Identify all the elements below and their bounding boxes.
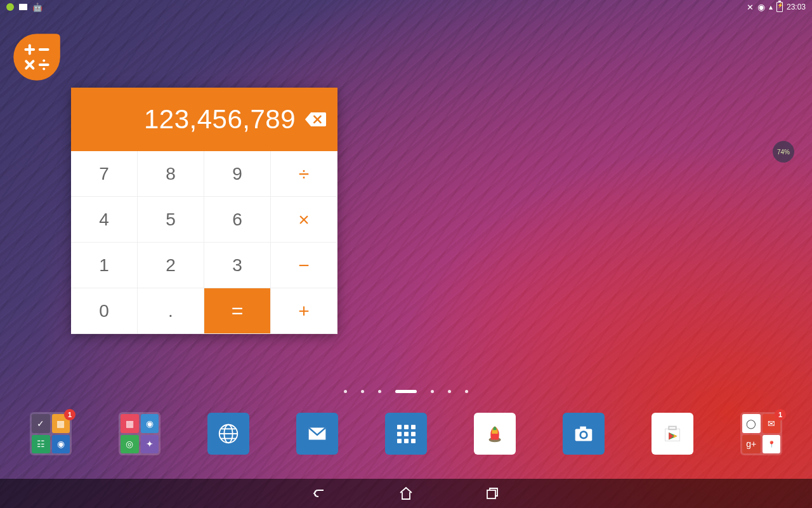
notification-badge: 1 — [64, 409, 75, 420]
svg-point-20 — [581, 432, 586, 438]
home-button[interactable] — [398, 485, 414, 502]
page-dot[interactable] — [448, 390, 451, 393]
battery-icon — [776, 2, 783, 12]
key-dot[interactable]: . — [138, 288, 204, 334]
vibrate-icon: ✕ — [747, 3, 754, 12]
key-multiply[interactable]: × — [271, 197, 337, 243]
calculator-widget: 123,456,789 789÷456×123−0.=+ — [71, 88, 337, 334]
key-5[interactable]: 5 — [138, 197, 204, 243]
back-button[interactable] — [311, 485, 328, 502]
status-right: ✕ ◉ ▴ 23:03 — [747, 2, 812, 12]
camera-app[interactable] — [563, 413, 605, 455]
key-0[interactable]: 0 — [71, 288, 138, 334]
notification-icon — [6, 3, 14, 11]
page-dot[interactable] — [361, 390, 364, 393]
clock: 23:03 — [787, 3, 806, 11]
wifi-icon: ◉ — [757, 2, 765, 12]
folder-asus-1[interactable]: ✓ ▦ ☷ ◉ 1 — [30, 413, 72, 455]
email-app[interactable] — [296, 413, 338, 455]
folder-google[interactable]: ◯ ✉ g+ 📍 1 — [740, 413, 782, 455]
page-dot[interactable] — [395, 390, 417, 393]
key-2[interactable]: 2 — [138, 243, 204, 288]
key-7[interactable]: 7 — [71, 151, 138, 197]
svg-point-7 — [43, 67, 45, 70]
folder-asus-2[interactable]: ▦ ◉ ◎ ✦ — [119, 413, 160, 455]
browser-app[interactable] — [207, 413, 249, 455]
android-debug-icon: 🤖 — [32, 3, 43, 11]
play-store-app[interactable] — [652, 413, 693, 455]
key-9[interactable]: 9 — [204, 151, 271, 197]
svg-rect-23 — [487, 490, 495, 498]
page-dot[interactable] — [344, 390, 347, 393]
calculator-keypad: 789÷456×123−0.=+ — [71, 151, 337, 334]
page-dot[interactable] — [378, 390, 381, 393]
gallery-app[interactable] — [474, 413, 516, 455]
status-left: 🤖 — [0, 3, 43, 11]
recent-apps-button[interactable] — [484, 485, 501, 502]
calculator-app-icon[interactable] — [11, 32, 62, 83]
key-minus[interactable]: − — [271, 243, 337, 288]
key-equals[interactable]: = — [204, 288, 271, 334]
key-3[interactable]: 3 — [204, 243, 271, 288]
status-bar: 🤖 ✕ ◉ ▴ 23:03 — [0, 0, 812, 14]
page-dot[interactable] — [465, 390, 468, 393]
key-1[interactable]: 1 — [71, 243, 138, 288]
display-value: 123,456,789 — [144, 104, 296, 135]
notification-badge: 1 — [775, 409, 786, 420]
page-dot[interactable] — [431, 390, 434, 393]
page-indicator[interactable] — [344, 390, 468, 393]
backspace-button[interactable] — [304, 111, 326, 128]
navigation-bar — [0, 479, 812, 508]
svg-rect-18 — [580, 427, 586, 430]
key-8[interactable]: 8 — [138, 151, 204, 197]
apps-grid-icon — [397, 425, 416, 443]
svg-point-6 — [43, 60, 45, 62]
battery-percent-widget[interactable]: 74% — [773, 141, 794, 163]
key-divide[interactable]: ÷ — [271, 151, 337, 197]
key-4[interactable]: 4 — [71, 197, 138, 243]
key-6[interactable]: 6 — [204, 197, 271, 243]
app-drawer-button[interactable] — [385, 413, 427, 455]
svg-rect-22 — [669, 427, 676, 430]
dock: ✓ ▦ ☷ ◉ 1 ▦ ◉ ◎ ✦ ◯ ✉ g+ 📍 — [0, 413, 812, 455]
signal-icon: ▴ — [769, 3, 773, 11]
gallery-icon — [19, 4, 27, 10]
calculator-display: 123,456,789 — [71, 88, 337, 151]
key-plus[interactable]: + — [271, 288, 337, 334]
